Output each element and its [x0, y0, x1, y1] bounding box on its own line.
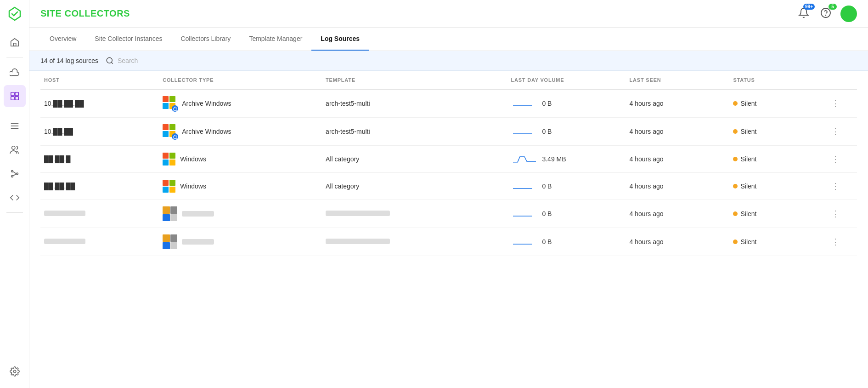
svg-point-13 — [13, 370, 16, 373]
help-badge: 5 — [829, 4, 837, 10]
cell-collector-type: Windows — [159, 173, 322, 200]
cell-collector-type: Archive Windows — [159, 90, 322, 118]
cell-collector-type — [159, 228, 322, 256]
col-header-seen: LAST SEEN — [626, 71, 730, 90]
sidebar-item-settings[interactable] — [4, 360, 26, 382]
mixed-collector-icon — [163, 234, 177, 249]
svg-point-14 — [821, 8, 830, 17]
status-dot — [733, 211, 738, 216]
cell-host — [40, 200, 159, 228]
user-avatar[interactable] — [840, 6, 857, 22]
cell-template: All category — [322, 146, 507, 173]
cell-collector-type: Windows — [159, 146, 322, 173]
tab-log-sources[interactable]: Log Sources — [311, 28, 369, 51]
cell-collector-type — [159, 200, 322, 228]
sidebar-item-cloud[interactable] — [4, 61, 26, 83]
row-menu-button[interactable]: ⋮ — [829, 97, 841, 110]
cell-host: ██.██.██ — [40, 173, 159, 200]
status-label: Silent — [740, 238, 756, 245]
cell-volume: 0 B — [507, 200, 626, 228]
cell-template — [322, 228, 507, 256]
row-menu-button[interactable]: ⋮ — [829, 207, 841, 221]
archive-badge — [172, 105, 178, 112]
collector-type-redacted — [182, 211, 214, 217]
sidebar-item-home[interactable] — [4, 31, 26, 53]
volume-sparkline-flat — [511, 182, 538, 191]
cell-menu: ⋮ — [826, 118, 857, 146]
page-header: SITE COLLECTORS 99+ 5 — [29, 0, 868, 28]
svg-rect-3 — [15, 92, 18, 96]
main-area: SITE COLLECTORS 99+ 5 Overview — [29, 0, 868, 388]
cell-last-seen: 4 hours ago — [626, 173, 730, 200]
svg-point-16 — [107, 57, 112, 63]
status-dot — [733, 157, 738, 161]
col-header-menu — [826, 71, 857, 90]
svg-line-17 — [111, 62, 113, 63]
cell-menu: ⋮ — [826, 228, 857, 256]
cell-last-seen: 4 hours ago — [626, 90, 730, 118]
content-area: 14 of 14 log sources HOST COLLECTOR TYPE… — [29, 51, 868, 388]
status-label: Silent — [740, 155, 756, 163]
tab-site-collector-instances[interactable]: Site Collector Instances — [85, 28, 171, 51]
volume-sparkline-flat — [511, 127, 538, 136]
svg-point-11 — [11, 176, 13, 177]
table-row: ██.██.█ Windows All category 3.49 MB4 ho… — [40, 146, 857, 173]
row-menu-button[interactable]: ⋮ — [829, 152, 841, 166]
table-row: 0 B4 hours ago Silent ⋮ — [40, 228, 857, 256]
collector-type-label: Archive Windows — [182, 100, 231, 107]
cell-template: arch-test5-multi — [322, 90, 507, 118]
cell-host: 10.██.██ — [40, 118, 159, 146]
cell-volume: 0 B — [507, 90, 626, 118]
status-dot — [733, 184, 738, 188]
cell-host: 10.██.██.██ — [40, 90, 159, 118]
sidebar-item-merge[interactable] — [4, 163, 26, 185]
svg-marker-0 — [9, 7, 20, 20]
col-header-host: HOST — [40, 71, 159, 90]
volume-value: 0 B — [542, 128, 552, 135]
cell-collector-type: Archive Windows — [159, 118, 322, 146]
collector-type-label: Windows — [180, 183, 206, 190]
cell-menu: ⋮ — [826, 90, 857, 118]
cell-menu: ⋮ — [826, 146, 857, 173]
notifications-button[interactable]: 99+ — [796, 6, 811, 22]
volume-sparkline-flat — [511, 209, 538, 218]
divider-3 — [6, 212, 23, 213]
sidebar-item-code[interactable] — [4, 187, 26, 209]
table-header-row: HOST COLLECTOR TYPE TEMPLATE LAST DAY VO… — [40, 71, 857, 90]
cell-status: Silent — [729, 200, 826, 228]
cell-template: arch-test5-multi — [322, 118, 507, 146]
row-menu-button[interactable]: ⋮ — [829, 179, 841, 193]
notifications-badge: 99+ — [803, 4, 815, 10]
cell-menu: ⋮ — [826, 173, 857, 200]
svg-rect-20 — [174, 136, 177, 138]
search-count: 14 of 14 log sources — [40, 57, 100, 64]
cell-last-seen: 4 hours ago — [626, 228, 730, 256]
col-header-template: TEMPLATE — [322, 71, 507, 90]
volume-value: 0 B — [542, 210, 552, 217]
tab-template-manager[interactable]: Template Manager — [240, 28, 311, 51]
cell-volume: 3.49 MB — [507, 146, 626, 173]
table-row: 0 B4 hours ago Silent ⋮ — [40, 200, 857, 228]
app-logo[interactable] — [0, 0, 29, 28]
col-header-status: STATUS — [729, 71, 826, 90]
collector-type-redacted — [182, 239, 214, 245]
tab-bar: Overview Site Collector Instances Collec… — [29, 28, 868, 51]
tab-collectors-library[interactable]: Collectors Library — [171, 28, 240, 51]
sidebar-item-list[interactable] — [4, 115, 26, 137]
tab-overview[interactable]: Overview — [40, 28, 85, 51]
status-label: Silent — [740, 210, 756, 217]
cell-volume: 0 B — [507, 173, 626, 200]
collector-type-label: Windows — [180, 155, 206, 163]
help-button[interactable]: 5 — [818, 6, 833, 22]
sidebar-item-users[interactable] — [4, 139, 26, 161]
table-row: ██.██.██ Windows All category 0 B4 hours… — [40, 173, 857, 200]
mixed-collector-icon — [163, 206, 177, 221]
row-menu-button[interactable]: ⋮ — [829, 125, 841, 138]
search-input[interactable] — [118, 57, 857, 64]
svg-rect-2 — [11, 92, 14, 96]
row-menu-button[interactable]: ⋮ — [829, 235, 841, 249]
sidebar-item-collectors[interactable] — [4, 85, 26, 107]
volume-sparkline-flat — [511, 99, 538, 108]
svg-rect-5 — [15, 97, 18, 100]
cell-status: Silent — [729, 90, 826, 118]
